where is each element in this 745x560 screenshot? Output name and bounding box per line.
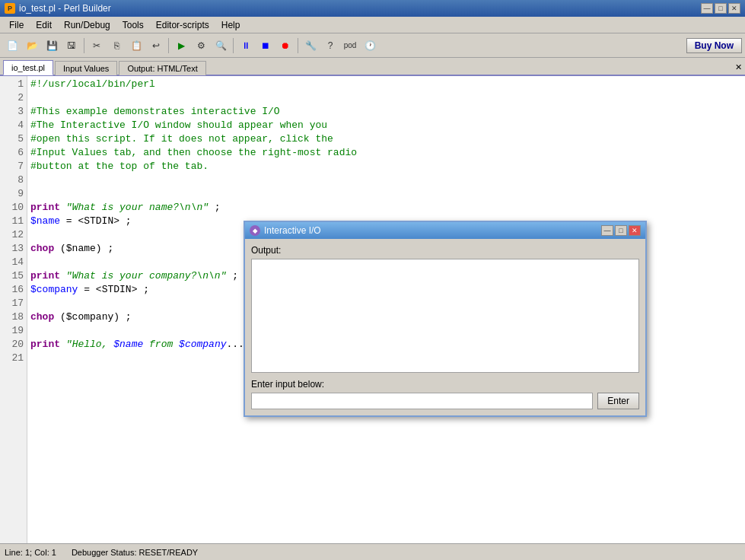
cursor-position: Line: 1; Col: 1 bbox=[5, 548, 56, 557]
debugger-status: Debugger Status: RESET/READY bbox=[72, 548, 198, 557]
tab-io-test-label: io_test.pl bbox=[11, 63, 45, 72]
pod-btn[interactable]: pod bbox=[341, 37, 359, 55]
close-button[interactable]: ✕ bbox=[728, 3, 740, 14]
code-line-6: #Input Values tab, and then choose the r… bbox=[30, 146, 742, 160]
cut-btn[interactable]: ✂ bbox=[88, 37, 106, 55]
code-line-9 bbox=[30, 187, 742, 201]
close-all-tabs-button[interactable]: ✕ bbox=[735, 62, 742, 72]
io-minimize-button[interactable]: — bbox=[601, 225, 613, 236]
menu-help[interactable]: Help bbox=[215, 18, 247, 32]
toolbar: 📄 📂 💾 🖫 ✂ ⎘ 📋 ↩ ▶ ⚙ 🔍 ⏸ ⏹ ⏺ 🔧 ? pod 🕐 Bu… bbox=[0, 33, 745, 58]
menu-editor-scripts[interactable]: Editor-scripts bbox=[150, 18, 215, 32]
title-bar-left: P io_test.pl - Perl Builder bbox=[5, 3, 111, 14]
code-line-5: #open this script. If it does not appear… bbox=[30, 132, 742, 146]
copy-btn[interactable]: ⎘ bbox=[107, 37, 126, 55]
record-btn[interactable]: ⏺ bbox=[276, 37, 294, 55]
help-btn[interactable]: ? bbox=[321, 37, 339, 55]
io-dialog-icon: ◆ bbox=[250, 225, 260, 236]
save-all-btn[interactable]: 🖫 bbox=[62, 37, 81, 55]
io-input-row: Enter bbox=[251, 393, 639, 409]
io-enter-button[interactable]: Enter bbox=[597, 393, 639, 409]
code-line-2 bbox=[30, 91, 742, 105]
save-btn[interactable]: 💾 bbox=[43, 37, 61, 55]
io-output-label: Output: bbox=[251, 245, 639, 256]
code-line-3: #This example demonstrates interactive I… bbox=[30, 105, 742, 119]
title-bar: P io_test.pl - Perl Builder — □ ✕ bbox=[0, 0, 745, 17]
line-numbers: 12345 678910 1112131415 1617181920 21 bbox=[0, 76, 27, 543]
menu-file[interactable]: File bbox=[3, 18, 30, 32]
io-output-area bbox=[251, 259, 639, 373]
paste-btn[interactable]: 📋 bbox=[127, 37, 145, 55]
tab-output[interactable]: Output: HTML/Text bbox=[119, 61, 205, 75]
search-btn[interactable]: 🔍 bbox=[212, 37, 230, 55]
buy-now-button[interactable]: Buy Now bbox=[686, 38, 742, 53]
menu-bar: File Edit Run/Debug Tools Editor-scripts… bbox=[0, 17, 745, 33]
io-input-field[interactable] bbox=[251, 393, 593, 409]
io-body: Output: Enter input below: Enter bbox=[245, 239, 645, 415]
menu-run-debug[interactable]: Run/Debug bbox=[58, 18, 116, 32]
sep2 bbox=[168, 38, 169, 53]
io-input-label: Enter input below: bbox=[251, 379, 639, 390]
tab-input-values-label: Input Values bbox=[63, 64, 109, 73]
app-icon: P bbox=[5, 3, 15, 14]
sep3 bbox=[233, 38, 234, 53]
io-title-bar: ◆ Interactive I/O — □ ✕ bbox=[245, 222, 645, 239]
tabs-bar: io_test.pl Input Values Output: HTML/Tex… bbox=[0, 58, 745, 76]
tools-btn[interactable]: 🔧 bbox=[301, 37, 320, 55]
io-dialog: ◆ Interactive I/O — □ ✕ Output: Enter in… bbox=[244, 221, 647, 417]
run-btn[interactable]: ▶ bbox=[172, 37, 190, 55]
io-dialog-title: Interactive I/O bbox=[264, 225, 321, 236]
sep1 bbox=[84, 38, 84, 53]
status-bar: Line: 1; Col: 1 Debugger Status: RESET/R… bbox=[0, 543, 745, 560]
sep4 bbox=[298, 38, 298, 53]
stop-btn[interactable]: ⏹ bbox=[256, 37, 275, 55]
code-line-1: #!/usr/local/bin/perl bbox=[30, 78, 742, 91]
io-title-left: ◆ Interactive I/O bbox=[250, 225, 321, 236]
title-controls[interactable]: — □ ✕ bbox=[701, 3, 740, 14]
code-line-4: #The Interactive I/O window should appea… bbox=[30, 119, 742, 132]
io-dialog-controls[interactable]: — □ ✕ bbox=[601, 225, 641, 236]
minimize-button[interactable]: — bbox=[701, 3, 713, 14]
maximize-button[interactable]: □ bbox=[715, 3, 727, 14]
new-btn[interactable]: 📄 bbox=[3, 37, 21, 55]
pause-btn[interactable]: ⏸ bbox=[237, 37, 255, 55]
io-maximize-button[interactable]: □ bbox=[615, 225, 627, 236]
io-close-button[interactable]: ✕ bbox=[629, 225, 641, 236]
tab-input-values[interactable]: Input Values bbox=[55, 61, 117, 75]
menu-tools[interactable]: Tools bbox=[116, 18, 150, 32]
run2-btn[interactable]: ⚙ bbox=[192, 37, 210, 55]
tab-output-label: Output: HTML/Text bbox=[127, 64, 197, 73]
open-btn[interactable]: 📂 bbox=[23, 37, 41, 55]
window-title: io_test.pl - Perl Builder bbox=[19, 3, 111, 14]
clock-btn[interactable]: 🕐 bbox=[361, 37, 379, 55]
code-line-8 bbox=[30, 173, 742, 187]
menu-edit[interactable]: Edit bbox=[30, 18, 58, 32]
tab-io-test[interactable]: io_test.pl bbox=[3, 60, 53, 75]
code-line-7: #button at the top of the tab. bbox=[30, 160, 742, 173]
undo-btn[interactable]: ↩ bbox=[147, 37, 165, 55]
code-line-10: print "What is your name?\n\n" ; bbox=[30, 201, 742, 215]
